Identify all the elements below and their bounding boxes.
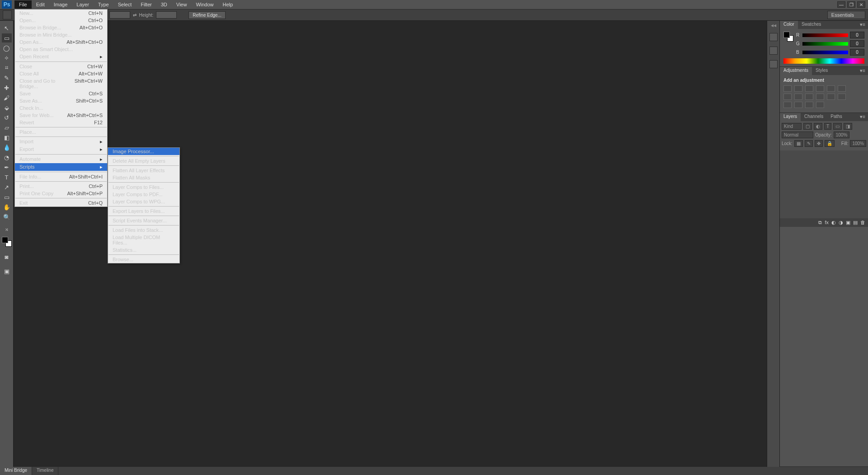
filter-icon[interactable]: T [824,123,831,130]
fx-icon[interactable]: fx [825,220,829,226]
panel-menu-icon[interactable]: ▾≡ [857,67,868,75]
wand-tool-icon[interactable]: ✧ [2,53,12,62]
mask-icon[interactable]: ◐ [831,220,836,226]
eraser-tool-icon[interactable]: ▱ [2,123,12,132]
workspace-switcher[interactable]: Essentials [827,11,865,19]
menu-item[interactable]: Statistics... [108,246,179,254]
dodge-tool-icon[interactable]: ◔ [2,153,12,162]
menubar-layer[interactable]: Layer [72,0,94,9]
menu-item[interactable]: Script Events Manager... [108,217,179,224]
menu-item[interactable]: Load Multiple DICOM Files... [108,234,179,246]
filter-icon[interactable]: ▭ [833,123,842,130]
filter-icon[interactable]: ▢ [803,123,812,130]
adj-icon[interactable] [827,94,835,100]
swatches-tab[interactable]: Swatches [798,21,825,29]
menu-item[interactable]: Image Processor... [108,148,179,155]
color-chips[interactable] [2,237,12,247]
adj-icon[interactable] [838,94,846,100]
pen-tool-icon[interactable]: ✒ [2,163,12,172]
marquee-tool-icon[interactable]: ▭ [2,33,12,42]
lasso-tool-icon[interactable]: ◯ [2,43,12,52]
adj-icon[interactable] [783,102,792,108]
menu-item[interactable]: Browse... [108,256,179,263]
quickmask-icon[interactable]: ◙ [2,252,12,261]
menu-item[interactable]: Open As...Alt+Shift+Ctrl+O [15,38,107,46]
b-value[interactable]: 0 [850,49,864,56]
filter-icon[interactable]: ◨ [844,123,852,130]
adjustment-layer-icon[interactable]: ◑ [839,220,843,226]
color-ramp[interactable] [783,58,864,64]
menubar-file[interactable]: File [14,0,32,9]
path-tool-icon[interactable]: ↗ [2,183,12,192]
hand-tool-icon[interactable]: ✋ [2,202,12,212]
menubar-3d[interactable]: 3D [156,0,172,9]
adjustments-tab[interactable]: Adjustments [780,67,812,75]
adj-icon[interactable] [827,85,835,92]
adj-icon[interactable] [805,102,813,108]
minimize-button[interactable]: — [837,1,845,8]
menubar-window[interactable]: Window [191,0,218,9]
type-tool-icon[interactable]: T [2,173,12,182]
mini-bridge-tab[interactable]: Mini Bridge [0,467,32,475]
group-icon[interactable]: ▣ [846,220,850,226]
adj-icon[interactable] [816,85,824,92]
menu-item[interactable]: Import▸ [15,138,107,146]
history-brush-tool-icon[interactable]: ↺ [2,113,12,122]
adj-icon[interactable] [816,102,824,108]
g-slider[interactable] [802,42,848,46]
panel-menu-icon[interactable]: ▾≡ [857,113,868,121]
b-slider[interactable] [802,51,848,54]
blend-mode-select[interactable]: Normal [782,132,813,138]
dock-icon[interactable] [769,47,778,55]
adj-icon[interactable] [805,94,813,100]
foreground-color-chip[interactable] [2,237,8,243]
new-layer-icon[interactable]: ▤ [853,220,858,226]
adj-icon[interactable] [794,102,802,108]
lock-icon[interactable]: ✥ [815,140,823,147]
menubar-select[interactable]: Select [113,0,137,9]
menu-item[interactable]: Browse in Mini Bridge... [15,31,107,38]
height-input[interactable] [156,11,177,19]
adj-icon[interactable] [816,94,824,100]
shape-tool-icon[interactable]: ▭ [2,193,12,202]
lock-icon[interactable]: 🔒 [825,140,835,147]
dock-icon[interactable] [769,60,778,68]
move-tool-icon[interactable]: ↖ [2,24,12,33]
opacity-value[interactable]: 100% [834,132,850,138]
channels-tab[interactable]: Channels [801,113,827,121]
gradient-tool-icon[interactable]: ◧ [2,133,12,142]
zoom-tool-icon[interactable]: 🔍 [2,212,12,221]
menubar-view[interactable]: View [172,0,192,9]
width-input[interactable] [109,11,130,19]
blur-tool-icon[interactable]: 💧 [2,143,12,152]
r-value[interactable]: 0 [850,32,864,38]
brush-tool-icon[interactable]: 🖌 [2,93,12,102]
lock-icon[interactable]: ▦ [794,140,803,147]
menu-item[interactable]: New...Ctrl+N [15,9,107,17]
fill-value[interactable]: 100% [850,140,866,147]
screenmode-icon[interactable]: ▣ [2,267,12,276]
link-icon[interactable]: ⇄ [133,13,137,18]
menu-item[interactable]: Open as Smart Object... [15,46,107,53]
link-layers-icon[interactable]: ⧉ [818,220,822,226]
maximize-button[interactable]: ❐ [847,1,855,8]
stamp-tool-icon[interactable]: ⬙ [2,103,12,112]
refine-edge-button[interactable]: Refine Edge... [189,11,225,19]
swap-colors-icon[interactable]: ⤭ [2,225,12,234]
menubar-help[interactable]: Help [218,0,238,9]
menu-item[interactable]: Browse in Bridge...Alt+Ctrl+O [15,24,107,31]
crop-tool-icon[interactable]: ⌗ [2,63,12,72]
menubar-type[interactable]: Type [94,0,113,9]
close-button[interactable]: ✕ [857,1,865,8]
menu-item[interactable]: Load Files into Stack... [108,226,179,234]
timeline-tab[interactable]: Timeline [32,467,58,475]
r-slider[interactable] [802,33,848,37]
adj-icon[interactable] [783,85,792,92]
dock-icon[interactable] [769,33,778,41]
delete-layer-icon[interactable]: 🗑 [860,220,865,226]
menu-item[interactable]: Open...Ctrl+O [15,17,107,24]
menu-item[interactable]: ExitCtrl+Q [15,199,107,207]
styles-tab[interactable]: Styles [812,67,831,75]
menubar-image[interactable]: Image [49,0,72,9]
adj-icon[interactable] [783,94,792,100]
